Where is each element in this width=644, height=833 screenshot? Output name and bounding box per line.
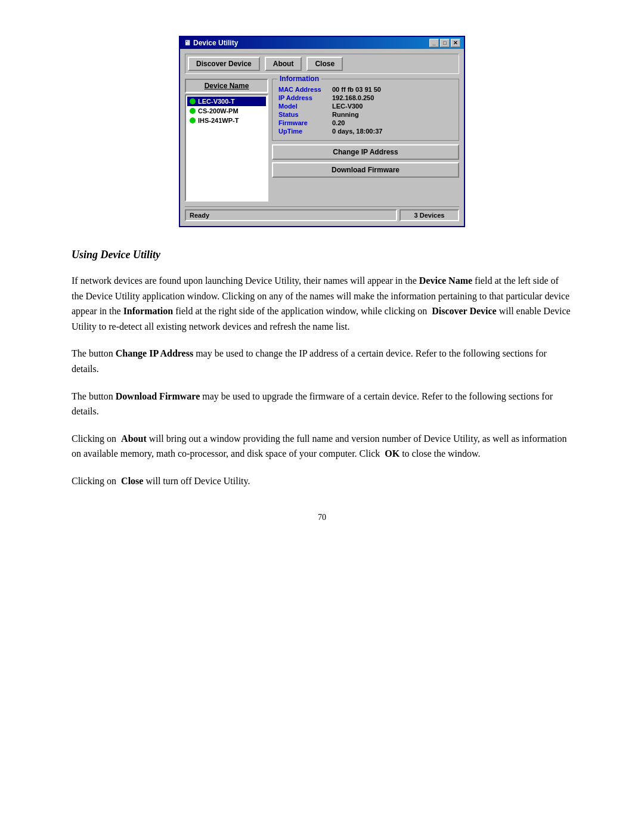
status-value: Running: [331, 110, 454, 119]
status-ready: Ready: [185, 209, 397, 221]
table-row: Firmware 0.20: [277, 119, 454, 127]
info-legend: Information: [277, 75, 321, 83]
info-table: MAC Address 00 ff fb 03 91 50 IP Address…: [277, 85, 454, 135]
model-label: Model: [277, 102, 331, 110]
bold-device-name: Device Name: [419, 275, 472, 286]
information-group: Information MAC Address 00 ff fb 03 91 5…: [272, 79, 459, 141]
device-utility-window: 🖥 Device Utility _ □ ✕ Discover Device A…: [179, 36, 465, 227]
table-row: Model LEC-V300: [277, 102, 454, 110]
bold-close: Close: [121, 476, 143, 486]
uptime-value: 0 days, 18:00:37: [331, 127, 454, 135]
device-item-ihs-241wp-t[interactable]: IHS-241WP-T: [187, 116, 266, 125]
device-name-3: IHS-241WP-T: [198, 117, 239, 124]
maximize-button[interactable]: □: [440, 39, 450, 47]
status-label: Status: [277, 110, 331, 119]
bold-about: About: [121, 433, 147, 444]
uptime-label: UpTime: [277, 127, 331, 135]
firmware-value: 0.20: [331, 119, 454, 127]
table-row: UpTime 0 days, 18:00:37: [277, 127, 454, 135]
main-content: Device Name LEC-V300-T CS-200W-PM IHS: [185, 79, 459, 202]
info-panel: Information MAC Address 00 ff fb 03 91 5…: [272, 79, 459, 202]
window-title: Device Utility: [193, 39, 238, 47]
device-status-dot: [190, 108, 196, 114]
discover-device-button[interactable]: Discover Device: [188, 57, 260, 71]
device-panel: Device Name LEC-V300-T CS-200W-PM IHS: [185, 79, 268, 202]
change-ip-button[interactable]: Change IP Address: [272, 144, 459, 160]
device-name-2: CS-200W-PM: [198, 107, 239, 114]
paragraph-5: Clicking on Close will turn off Device U…: [72, 473, 572, 489]
minimize-button[interactable]: _: [429, 39, 439, 47]
toolbar: Discover Device About Close: [185, 54, 459, 74]
table-row: Status Running: [277, 110, 454, 119]
close-window-button[interactable]: ✕: [451, 39, 460, 47]
bold-ok: OK: [385, 448, 400, 459]
bold-discover-device: Discover Device: [432, 306, 497, 316]
device-name-1: LEC-V300-T: [198, 98, 235, 105]
about-button[interactable]: About: [265, 57, 302, 71]
title-bar: 🖥 Device Utility _ □ ✕: [180, 37, 464, 49]
status-bar: Ready 3 Devices: [185, 206, 459, 221]
mac-label: MAC Address: [277, 85, 331, 94]
title-bar-left: 🖥 Device Utility: [184, 39, 238, 47]
status-device-count: 3 Devices: [400, 209, 459, 221]
device-status-dot: [190, 98, 196, 104]
mac-value: 00 ff fb 03 91 50: [331, 85, 454, 94]
window-body: Discover Device About Close Device Name …: [180, 49, 464, 226]
document-section: Using Device Utility If network devices …: [72, 249, 572, 489]
bold-information: Information: [123, 306, 174, 316]
bold-change-ip: Change IP Address: [116, 348, 193, 358]
table-row: IP Address 192.168.0.250: [277, 94, 454, 102]
close-button[interactable]: Close: [306, 57, 343, 71]
window-icon: 🖥: [184, 39, 191, 47]
download-firmware-button[interactable]: Download Firmware: [272, 162, 459, 178]
paragraph-3: The button Download Firmware may be used…: [72, 389, 572, 419]
ip-value: 192.168.0.250: [331, 94, 454, 102]
section-title: Using Device Utility: [72, 249, 572, 261]
device-item-lec-v300-t[interactable]: LEC-V300-T: [187, 97, 266, 106]
device-list: LEC-V300-T CS-200W-PM IHS-241WP-T: [185, 94, 268, 202]
device-list-header: Device Name: [185, 79, 268, 93]
device-status-dot: [190, 117, 196, 123]
title-bar-controls: _ □ ✕: [429, 39, 460, 47]
paragraph-2: The button Change IP Address may be used…: [72, 346, 572, 376]
page-number: 70: [72, 513, 572, 522]
ip-label: IP Address: [277, 94, 331, 102]
table-row: MAC Address 00 ff fb 03 91 50: [277, 85, 454, 94]
paragraph-1: If network devices are found upon launch…: [72, 273, 572, 334]
device-item-cs-200w-pm[interactable]: CS-200W-PM: [187, 106, 266, 116]
firmware-label: Firmware: [277, 119, 331, 127]
paragraph-4: Clicking on About will bring out a windo…: [72, 431, 572, 462]
bold-download-fw: Download Firmware: [116, 391, 200, 401]
model-value: LEC-V300: [331, 102, 454, 110]
